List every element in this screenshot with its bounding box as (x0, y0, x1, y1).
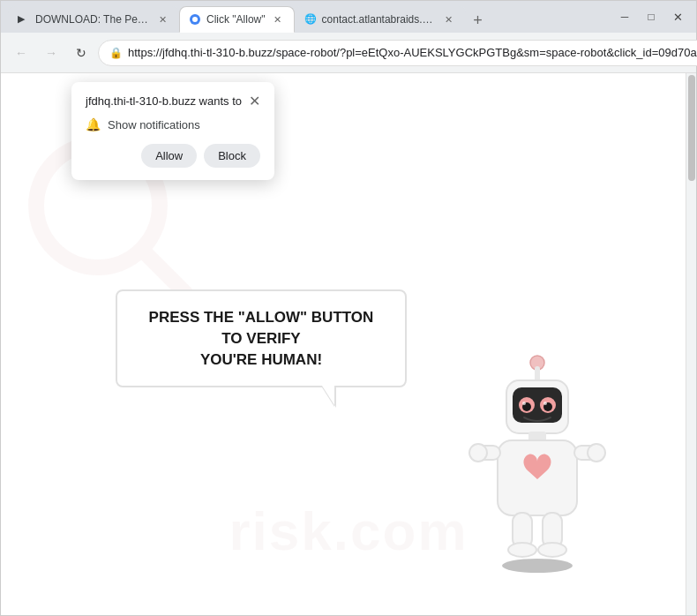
scrollbar[interactable] (686, 73, 696, 615)
svg-point-13 (522, 402, 526, 405)
refresh-button[interactable]: ↻ (68, 40, 94, 66)
tab-1-label: DOWNLOAD: The Penguin S0l... (35, 13, 150, 26)
svg-point-4 (502, 559, 573, 573)
window-controls: ─ □ ✕ (613, 5, 689, 28)
address-bar: ← → ↻ 🔒 https://jfdhq.thi-tl-310-b.buzz/… (1, 33, 696, 73)
back-button[interactable]: ← (8, 40, 34, 66)
tab-3-label: contact.atlantabraids.com/?3y|... (322, 13, 437, 26)
allow-button[interactable]: Allow (141, 144, 197, 168)
popup-header: jfdhq.thi-tl-310-b.buzz wants to ✕ (86, 94, 260, 109)
add-tab-button[interactable]: + (466, 8, 491, 33)
speech-text: PRESS THE "ALLOW" BUTTON TO VERIFY YOU'R… (139, 307, 384, 370)
maximize-button[interactable]: □ (640, 5, 663, 28)
svg-point-14 (543, 402, 547, 405)
address-bar-input[interactable]: 🔒 https://jfdhq.thi-tl-310-b.buzz/space-… (98, 40, 697, 66)
address-text: https://jfdhq.thi-tl-310-b.buzz/space-ro… (128, 46, 697, 59)
svg-point-19 (469, 444, 487, 462)
popup-title: jfdhq.thi-tl-310-b.buzz wants to (86, 94, 242, 108)
robot-image (449, 347, 626, 580)
popup-buttons: Allow Block (86, 144, 260, 168)
close-button[interactable]: ✕ (666, 5, 689, 28)
svg-point-24 (538, 543, 566, 557)
title-bar: ▶ DOWNLOAD: The Penguin S0l... ✕ Click "… (1, 1, 696, 33)
notification-popup: jfdhq.thi-tl-310-b.buzz wants to ✕ 🔔 Sho… (71, 82, 274, 180)
tab-2[interactable]: Click "Allow" ✕ (179, 6, 295, 33)
tab-2-label: Click "Allow" (206, 13, 266, 26)
tab-1-close[interactable]: ✕ (155, 12, 169, 26)
watermark-text: risk.com (229, 500, 468, 562)
tab-1[interactable]: ▶ DOWNLOAD: The Penguin S0l... ✕ (8, 6, 179, 33)
bell-icon: 🔔 (86, 117, 101, 131)
tab-area: ▶ DOWNLOAD: The Penguin S0l... ✕ Click "… (8, 1, 606, 33)
svg-point-20 (588, 444, 605, 462)
minimize-button[interactable]: ─ (613, 5, 636, 28)
popup-close-button[interactable]: ✕ (249, 94, 260, 109)
scrollbar-thumb[interactable] (688, 75, 695, 181)
tab-1-favicon: ▶ (18, 13, 30, 26)
show-notifications-label: Show notifications (108, 118, 200, 131)
lock-icon: 🔒 (109, 47, 123, 59)
tab-3-close[interactable]: ✕ (442, 12, 456, 26)
tab-3[interactable]: 🌐 contact.atlantabraids.com/?3y|... ✕ (295, 6, 466, 33)
tab-3-favicon: 🌐 (304, 13, 317, 26)
block-button[interactable]: Block (204, 144, 260, 168)
tab-2-close[interactable]: ✕ (271, 12, 285, 26)
page-content: risk.com jfdhq.thi-tl-310-b.buzz wants t… (1, 73, 696, 615)
forward-button[interactable]: → (38, 40, 64, 66)
popup-notification-row: 🔔 Show notifications (86, 117, 260, 131)
tab-2-favicon (189, 13, 201, 26)
svg-point-23 (508, 543, 536, 557)
svg-point-1 (192, 17, 198, 22)
speech-bubble: PRESS THE "ALLOW" BUTTON TO VERIFY YOU'R… (116, 289, 407, 387)
browser-window: ▶ DOWNLOAD: The Penguin S0l... ✕ Click "… (0, 0, 697, 616)
